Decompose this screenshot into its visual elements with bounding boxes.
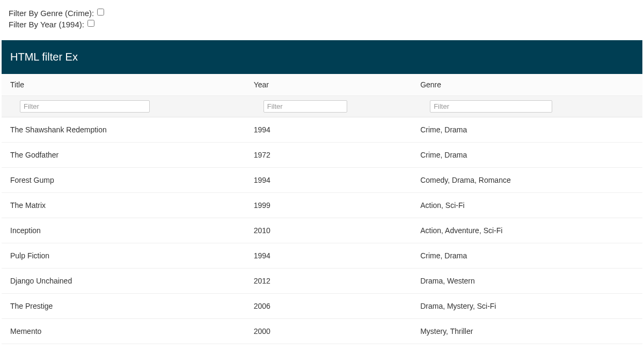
table-row: The Prestige2006Drama, Mystery, Sci-Fi xyxy=(2,294,642,319)
table-row: The Matrix1999Action, Sci-Fi xyxy=(2,193,642,218)
cell-year: 1994 xyxy=(245,168,412,193)
cell-title: The Prestige xyxy=(2,294,245,319)
cell-genre: Crime, Drama xyxy=(412,143,642,168)
cell-genre: Mystery, Thriller xyxy=(412,319,642,344)
filter-genre-label: Filter By Genre (Crime): xyxy=(9,9,94,18)
cell-title: Django Unchained xyxy=(2,269,245,294)
filter-title-input[interactable] xyxy=(20,100,150,113)
header-title[interactable]: Title xyxy=(2,74,245,96)
panel-title: HTML filter Ex xyxy=(2,40,642,74)
table-row: Forest Gump1994Comedy, Drama, Romance xyxy=(2,168,642,193)
cell-genre: Crime, Drama xyxy=(412,117,642,143)
table-row: Pulp Fiction1994Crime, Drama xyxy=(2,243,642,269)
cell-genre: Crime, Drama xyxy=(412,243,642,269)
cell-title: The Shawshank Redemption xyxy=(2,117,245,143)
table-filter-row xyxy=(2,96,642,117)
cell-title: The Godfather xyxy=(2,143,245,168)
table-row: Memento2000Mystery, Thriller xyxy=(2,319,642,344)
header-genre[interactable]: Genre xyxy=(412,74,642,96)
cell-genre: Drama, Mystery, Sci-Fi xyxy=(412,294,642,319)
filter-year-label: Filter By Year (1994): xyxy=(9,20,84,29)
table-row: The Shawshank Redemption1994Crime, Drama xyxy=(2,117,642,143)
cell-year: 1994 xyxy=(245,117,412,143)
cell-year: 1999 xyxy=(245,193,412,218)
cell-genre: Action, Sci-Fi xyxy=(412,193,642,218)
cell-title: The Matrix xyxy=(2,193,245,218)
cell-year: 2006 xyxy=(245,294,412,319)
filter-year-row: Filter By Year (1994): xyxy=(9,20,635,29)
cell-title: Forest Gump xyxy=(2,168,245,193)
table-header-row: Title Year Genre xyxy=(2,74,642,96)
cell-genre: Action, Adventure, Sci-Fi xyxy=(412,218,642,243)
table-row: The Godfather1972Crime, Drama xyxy=(2,143,642,168)
cell-year: 2010 xyxy=(245,218,412,243)
cell-year: 1994 xyxy=(245,243,412,269)
data-table: Title Year Genre The Shawshank Redemptio… xyxy=(2,74,642,344)
cell-year: 1972 xyxy=(245,143,412,168)
cell-year: 2012 xyxy=(245,269,412,294)
panel: HTML filter Ex Title Year Genre xyxy=(1,40,643,345)
filter-genre-input[interactable] xyxy=(430,100,552,113)
cell-genre: Comedy, Drama, Romance xyxy=(412,168,642,193)
cell-title: Memento xyxy=(2,319,245,344)
top-filters: Filter By Genre (Crime): Filter By Year … xyxy=(0,0,644,36)
filter-year-input[interactable] xyxy=(264,100,347,113)
table-row: Django Unchained2012Drama, Western xyxy=(2,269,642,294)
header-year[interactable]: Year xyxy=(245,74,412,96)
filter-year-checkbox[interactable] xyxy=(87,20,94,27)
table-row: Inception2010Action, Adventure, Sci-Fi xyxy=(2,218,642,243)
cell-genre: Drama, Western xyxy=(412,269,642,294)
filter-genre-row: Filter By Genre (Crime): xyxy=(9,9,635,18)
cell-title: Pulp Fiction xyxy=(2,243,245,269)
cell-year: 2000 xyxy=(245,319,412,344)
filter-genre-checkbox[interactable] xyxy=(97,9,104,16)
cell-title: Inception xyxy=(2,218,245,243)
